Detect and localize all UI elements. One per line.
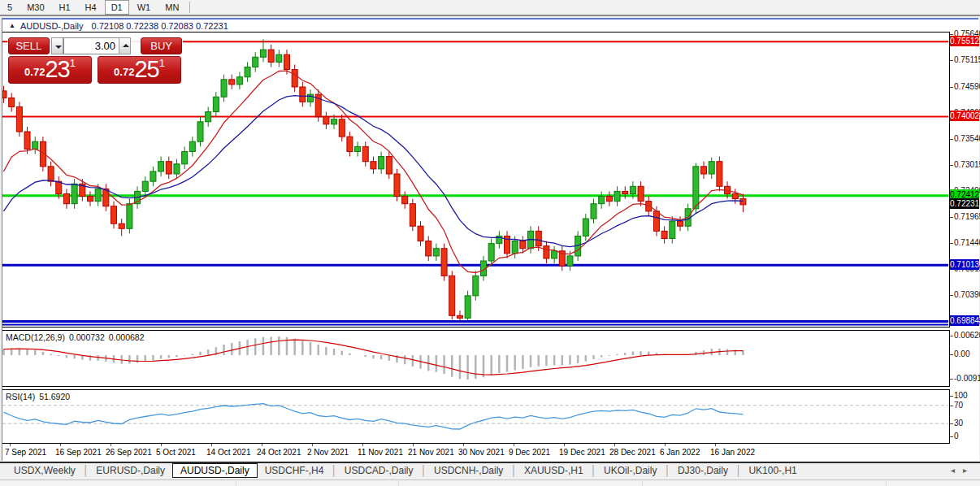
chart-title-bar: ▲ AUDUSD-,Daily 0.72108 0.72238 0.72083 … [2,20,978,32]
date-axis-label: 7 Sep 2021 [5,448,46,457]
toolbar-separator [189,2,190,13]
level-price-badge: 0.71013 [950,259,979,270]
chart-tab-bar: USDX,Weekly│EURUSD-,DailyAUDUSD-,DailyUS… [0,462,980,478]
volume-decrease-button[interactable] [51,37,63,54]
date-axis-label: 6 Jan 2022 [660,448,700,457]
timeframe-toolbar: 5M30H1H4D1W1MN [0,0,980,16]
buy-button[interactable]: BUY [141,37,182,54]
axis-tick-label: 0.74590 [954,82,980,91]
tab-scroll-right-icon[interactable]: ▸ [963,466,975,475]
tab-scroll-arrows[interactable]: ◂▸ [951,466,975,475]
date-axis-label: 5 Oct 2021 [156,448,196,457]
price-chart-pane[interactable]: SELL BUY 0.72231 0.72251 [2,32,950,328]
chart-symbol-label: AUDUSD-,Daily [20,21,84,31]
chart-tab-dj30-daily[interactable]: DJ30-,Daily [670,464,735,477]
date-axis-label: 9 Dec 2021 [509,448,550,457]
macd-pane[interactable]: MACD(12,26,9)0.0007320.000682 [2,330,950,387]
timeframe-button-h4[interactable]: H4 [79,0,103,15]
chevron-down-icon [55,46,62,49]
tab-scroll-left-icon[interactable]: ◂ [951,466,963,475]
rsi-axis-label: 0 [954,432,959,440]
rsi-axis-label: 70 [954,401,963,410]
sell-price-box[interactable]: 0.72231 [8,56,92,84]
level-price-badge: 0.69884 [950,315,979,326]
axis-tick-label: 0.75115 [954,55,980,64]
date-axis-label: 28 Dec 2021 [609,448,656,457]
macd-axis-label: -0.00919 [954,374,980,383]
date-axis-label: 16 Jan 2022 [710,448,755,457]
rsi-canvas [2,390,948,443]
date-axis: 7 Sep 202116 Sep 202126 Sep 20215 Oct 20… [2,444,950,461]
buy-price-box[interactable]: 0.72251 [98,56,181,84]
rsi-pane[interactable]: RSI(14)51.6920 [2,389,950,444]
macd-axis-label: 0.00 [954,349,969,358]
axis-tick-label: 0.70390 [954,290,980,299]
tab-separator: │ [664,465,670,476]
rsi-axis-label: 100 [954,391,968,400]
current-price-badge: 0.72231 [950,198,979,209]
one-click-trade-panel: SELL BUY 0.72231 0.72251 [7,37,183,85]
collapse-panel-icon[interactable]: ▲ [9,22,15,29]
timeframe-button-mn[interactable]: MN [158,0,185,15]
level-price-badge: 0.74002 [950,111,979,121]
date-axis-label: 24 Oct 2021 [257,448,301,457]
chart-tab-ukoil-daily[interactable]: UKOil-,Daily [596,464,664,477]
chart-window: ▲ AUDUSD-,Daily 0.72108 0.72238 0.72083 … [2,18,978,461]
buy-pipette: 1 [159,58,165,68]
rsi-label: RSI(14)51.6920 [6,392,74,401]
timeframe-button-h1[interactable]: H1 [53,0,77,15]
date-axis-label: 19 Dec 2021 [559,448,605,457]
axis-tick-label: 0.71440 [954,238,980,247]
chevron-up-icon [123,44,129,47]
tab-separator: │ [331,465,337,476]
date-axis-label: 16 Sep 2021 [55,448,102,457]
level-price-badge: 0.75512 [950,36,979,46]
sell-pipette: 1 [70,58,76,68]
macd-axis-label: 0.006201 [954,331,980,340]
tab-separator: │ [591,465,597,476]
trading-terminal: 5M30H1H4D1W1MN ▲ AUDUSD-,Daily 0.72108 0… [0,0,980,486]
chart-tab-eurusd-daily[interactable]: EURUSD-,Daily [89,464,172,477]
chart-tab-audusd-daily[interactable]: AUDUSD-,Daily [172,463,258,478]
date-axis-label: 2 Nov 2021 [307,448,349,457]
axis-tick-label: 0.73540 [954,134,980,143]
timeframe-button-d1[interactable]: D1 [105,0,129,15]
sell-big-figure: 0.72 [24,63,45,81]
axis-tick-label: 0.73015 [954,160,980,169]
tab-separator: │ [735,465,742,476]
chart-tab-usdx-weekly[interactable]: USDX,Weekly [7,464,83,477]
tab-separator: │ [83,465,89,476]
date-axis-label: 11 Nov 2021 [358,448,403,457]
chart-ohlc-values: 0.72108 0.72238 0.72083 0.72231 [92,21,228,31]
chart-tab-uk100-h1[interactable]: UK100-,H1 [741,464,804,477]
status-strip [0,479,980,486]
price-axis: 0.756400.751150.745900.740650.735400.730… [950,20,979,461]
macd-label: MACD(12,26,9)0.0007320.000682 [6,332,149,342]
chart-tab-xauusd-h1[interactable]: XAUUSD-,H1 [517,464,591,477]
date-axis-label: 26 Sep 2021 [106,448,152,457]
tab-separator: │ [421,465,427,476]
date-axis-label: 30 Nov 2021 [458,448,505,457]
date-axis-label: 14 Oct 2021 [206,448,250,457]
axis-tick-label: 0.71965 [954,212,980,221]
buy-pips: 25 [134,58,158,81]
chart-tab-usdcnh-daily[interactable]: USDCNH-,Daily [427,464,510,477]
chart-tab-usdcad-daily[interactable]: USDCAD-,Daily [337,464,421,477]
timeframe-button-m30[interactable]: M30 [20,0,50,15]
sell-pips: 23 [45,58,69,81]
timeframe-button-5[interactable]: 5 [1,0,19,15]
volume-increase-button[interactable] [119,37,131,54]
volume-input[interactable] [63,37,119,54]
timeframe-button-w1[interactable]: W1 [131,0,158,15]
rsi-axis-label: 30 [954,419,963,427]
chart-tab-usdchf-h4[interactable]: USDCHF-,H4 [258,464,332,477]
tab-separator: │ [510,465,517,476]
sell-button[interactable]: SELL [8,37,50,54]
date-axis-label: 21 Nov 2021 [408,448,454,457]
buy-big-figure: 0.72 [114,63,134,81]
